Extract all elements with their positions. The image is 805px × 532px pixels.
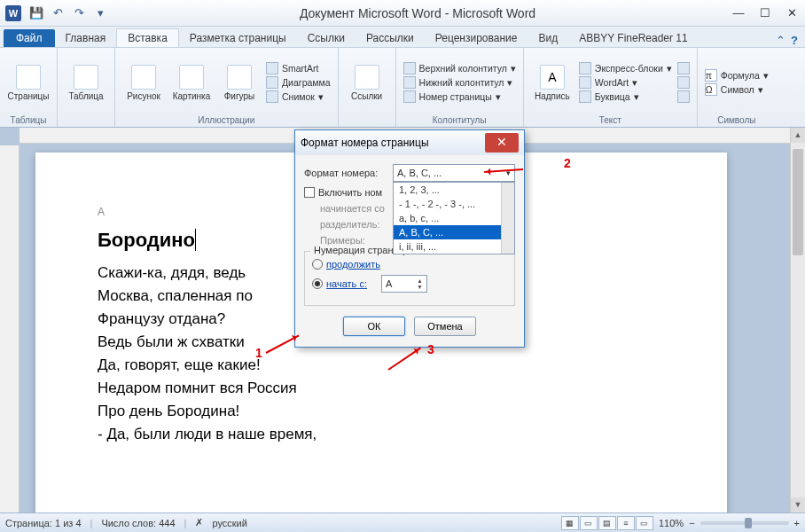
footer-icon <box>403 76 416 89</box>
undo-icon[interactable]: ↶ <box>48 4 67 23</box>
chart-button[interactable]: Диаграмма <box>266 76 331 89</box>
scroll-thumb[interactable] <box>793 149 803 255</box>
continue-label[interactable]: продолжить <box>326 259 380 270</box>
shapes-icon <box>227 65 252 90</box>
view-print-layout[interactable]: ▦ <box>561 516 579 530</box>
doc-line: Недаром помнит вся Россия <box>98 379 665 397</box>
datetime-button[interactable] <box>677 76 690 89</box>
word-app-icon: W <box>5 5 21 21</box>
format-option-selected[interactable]: A, B, C, ... <box>394 225 514 239</box>
group-symbols: πФормула ▾ ΩСимвол ▾ Символы <box>698 48 776 127</box>
status-language[interactable]: русский <box>212 518 246 528</box>
cancel-button[interactable]: Отмена <box>414 317 476 336</box>
tab-view[interactable]: Вид <box>528 29 568 47</box>
zoom-level[interactable]: 110% <box>659 518 684 528</box>
view-outline[interactable]: ≡ <box>617 516 635 530</box>
continue-radio[interactable] <box>312 259 323 270</box>
tab-insert[interactable]: Вставка <box>116 28 179 47</box>
tab-layout[interactable]: Разметка страницы <box>179 29 297 47</box>
minimize-button[interactable]: — <box>725 1 752 26</box>
sigline-icon <box>677 62 690 74</box>
dropdown-scrollbar[interactable] <box>501 183 514 254</box>
maximize-button[interactable]: ☐ <box>752 1 778 26</box>
vertical-ruler[interactable] <box>0 145 20 512</box>
header-button[interactable]: Верхний колонтитул ▾ <box>403 62 516 74</box>
doc-line: - Да, были люди в наше время, <box>98 426 665 443</box>
zoom-in-button[interactable]: + <box>794 518 800 528</box>
tab-mailings[interactable]: Рассылки <box>356 29 425 47</box>
vertical-scrollbar[interactable]: ▲ ▼ <box>790 128 805 512</box>
pages-button[interactable]: Страницы <box>7 65 50 101</box>
smartart-button[interactable]: SmartArt <box>266 62 331 74</box>
page-number-format-dialog: Формат номера страницы ✕ Формат номера: … <box>294 129 525 348</box>
shapes-button[interactable]: Фигуры <box>218 65 261 101</box>
number-format-combo[interactable]: A, B, C, ... ▾ 1, 2, 3, ... - 1 -, - 2 -… <box>393 164 515 182</box>
format-option[interactable]: 1, 2, 3, ... <box>394 183 514 197</box>
textbox-button[interactable]: AНадпись <box>531 65 574 101</box>
tab-references[interactable]: Ссылки <box>297 29 356 47</box>
dropcap-icon <box>579 90 591 103</box>
chevron-down-icon[interactable]: ▾ <box>506 168 511 177</box>
status-words[interactable]: Число слов: 444 <box>101 518 175 528</box>
group-pages: Страницы Таблицы <box>0 48 58 127</box>
links-icon <box>355 65 379 90</box>
spinner-arrows-icon[interactable]: ▲▼ <box>417 278 423 290</box>
screenshot-button[interactable]: Снимок ▾ <box>266 90 331 103</box>
ribbon-help-area: ⌃ ? <box>776 34 805 47</box>
spellcheck-icon[interactable]: ✗ <box>195 517 203 528</box>
redo-icon[interactable]: ↷ <box>69 4 89 23</box>
title-bar: W 💾 ↶ ↷ ▾ Документ Microsoft Word - Micr… <box>0 0 805 27</box>
equation-button[interactable]: πФормула ▾ <box>705 69 769 82</box>
symbol-button[interactable]: ΩСимвол ▾ <box>705 83 769 96</box>
quickparts-button[interactable]: Экспресс-блоки ▾ <box>579 62 672 74</box>
ribbon-minimize-icon[interactable]: ⌃ <box>776 34 785 47</box>
file-tab[interactable]: Файл <box>4 29 55 47</box>
ok-button[interactable]: ОК <box>343 317 405 336</box>
page-number-button[interactable]: Номер страницы ▾ <box>403 90 516 103</box>
format-dropdown-list: 1, 2, 3, ... - 1 -, - 2 -, - 3 -, ... a,… <box>393 182 515 254</box>
sigline-button[interactable] <box>677 62 690 74</box>
object-icon <box>677 90 690 103</box>
format-option[interactable]: - 1 -, - 2 -, - 3 -, ... <box>394 197 514 211</box>
status-bar: Страница: 1 из 4 | Число слов: 444 | ✗ р… <box>0 512 805 532</box>
start-at-radio[interactable] <box>312 278 323 289</box>
footer-button[interactable]: Нижний колонтитул ▾ <box>403 76 516 89</box>
tab-home[interactable]: Главная <box>55 29 117 47</box>
zoom-out-button[interactable]: − <box>689 518 694 528</box>
dropcap-button[interactable]: Буквица ▾ <box>579 90 672 103</box>
help-icon[interactable]: ? <box>791 34 798 47</box>
zoom-thumb[interactable] <box>745 518 752 528</box>
table-button[interactable]: Таблица <box>65 65 107 101</box>
page-number-icon <box>403 90 416 103</box>
view-draft[interactable]: ▭ <box>636 516 653 530</box>
links-button[interactable]: Ссылки <box>346 65 388 101</box>
zoom-slider[interactable] <box>700 521 789 525</box>
status-page[interactable]: Страница: 1 из 4 <box>5 518 82 528</box>
include-chapter-checkbox[interactable] <box>304 187 315 198</box>
wordart-button[interactable]: WordArt ▾ <box>579 76 672 89</box>
combo-selected-value: A, B, C, ... <box>397 168 442 178</box>
dialog-title-bar[interactable]: Формат номера страницы ✕ <box>295 130 524 155</box>
pages-icon <box>16 65 41 90</box>
view-web[interactable]: ▤ <box>598 516 616 530</box>
start-at-input[interactable]: A ▲▼ <box>381 275 427 293</box>
clipart-button[interactable]: Картинка <box>170 65 213 101</box>
object-button[interactable] <box>677 90 690 103</box>
numbering-fieldset: Нумерация страниц продолжить начать с: A… <box>304 251 515 306</box>
start-at-label[interactable]: начать с: <box>326 278 367 289</box>
dialog-close-button[interactable]: ✕ <box>485 133 519 153</box>
view-read[interactable]: ▭ <box>580 516 598 530</box>
clipart-icon <box>179 65 204 90</box>
ribbon-tab-strip: Файл Главная Вставка Разметка страницы С… <box>0 27 805 48</box>
save-icon[interactable]: 💾 <box>27 4 46 23</box>
scroll-down-icon[interactable]: ▼ <box>791 497 805 512</box>
scroll-up-icon[interactable]: ▲ <box>791 128 805 143</box>
picture-button[interactable]: Рисунок <box>122 65 165 101</box>
close-button[interactable]: ✕ <box>778 1 805 26</box>
format-option[interactable]: a, b, c, ... <box>394 211 514 225</box>
qat-dropdown-icon[interactable]: ▾ <box>90 4 110 23</box>
format-option[interactable]: i, ii, iii, ... <box>394 239 514 254</box>
tab-abbyy[interactable]: ABBYY FineReader 11 <box>568 29 699 47</box>
window-title: Документ Microsoft Word - Microsoft Word <box>110 6 725 20</box>
tab-review[interactable]: Рецензирование <box>425 29 528 47</box>
